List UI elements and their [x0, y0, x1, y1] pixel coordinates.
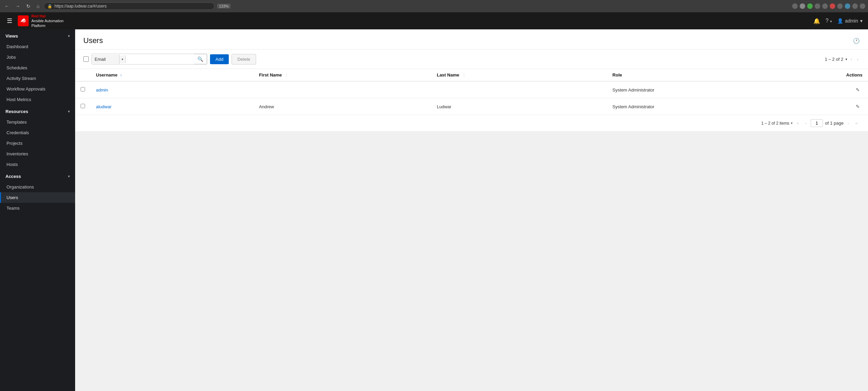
sidebar-section-resources[interactable]: Resources ▾: [0, 105, 75, 117]
per-page-summary: 1 – 2 of 2 items: [761, 121, 789, 126]
sidebar-item-dashboard[interactable]: Dashboard: [0, 41, 75, 52]
sidebar-item-workflow-approvals-label: Workflow Approvals: [6, 86, 45, 92]
row-checkbox[interactable]: [81, 104, 85, 108]
forward-button[interactable]: →: [14, 3, 22, 10]
sidebar: Views ▾ Dashboard Jobs Schedules Activit…: [0, 29, 75, 391]
checkbox-column-header: [75, 69, 90, 81]
sidebar-item-hosts[interactable]: Hosts: [0, 159, 75, 170]
sidebar-item-users-label: Users: [6, 195, 18, 200]
filter-select-arrow-icon: ▾: [120, 55, 126, 63]
select-all-checkbox[interactable]: [83, 56, 89, 62]
home-button[interactable]: ⌂: [35, 3, 41, 10]
username-column-header[interactable]: Username ↑: [90, 69, 253, 81]
sidebar-item-hosts-label: Hosts: [6, 162, 18, 167]
sidebar-item-host-metrics[interactable]: Host Metrics: [0, 94, 75, 105]
next-page-button[interactable]: ›: [845, 119, 851, 127]
edit-button[interactable]: ✎: [853, 86, 863, 94]
sidebar-item-users[interactable]: Users: [0, 192, 75, 203]
search-button[interactable]: 🔍: [194, 54, 207, 64]
history-button[interactable]: 🕐: [853, 38, 860, 44]
refresh-button[interactable]: ↻: [25, 3, 32, 10]
browser-bar: ← → ↻ ⌂ 🔒 https://aap.ludwar.ca/#/users …: [0, 0, 868, 12]
first-name-resize-icon[interactable]: ⋮: [284, 73, 288, 77]
row-checkbox-cell: [75, 98, 90, 115]
sidebar-item-organizations[interactable]: Organizations: [0, 182, 75, 192]
first-name-cell: Andrew: [253, 98, 431, 115]
last-name-resize-icon[interactable]: ⋮: [462, 73, 466, 77]
table-header: Username ↑ First Name ⋮ Last Name ⋮ Ro: [75, 69, 868, 81]
sidebar-section-access-label: Access: [5, 174, 21, 179]
main-content: Users 🕐 Email Username First Name Last N…: [75, 29, 868, 391]
role-column-header: Role: [607, 69, 841, 81]
first-page-button[interactable]: «: [795, 119, 801, 127]
sidebar-resources-chevron-icon: ▾: [68, 110, 70, 113]
prev-page-button[interactable]: ‹: [803, 119, 809, 127]
sidebar-item-host-metrics-label: Host Metrics: [6, 97, 31, 102]
sidebar-access-chevron-icon: ▾: [68, 174, 70, 178]
username-link[interactable]: admin: [96, 87, 108, 93]
sidebar-item-jobs[interactable]: Jobs: [0, 52, 75, 62]
table-row: admin System Administrator ✎: [75, 81, 868, 98]
of-page-label: of 1 page: [825, 121, 843, 126]
sidebar-item-templates[interactable]: Templates: [0, 117, 75, 127]
page-number-input[interactable]: [811, 119, 823, 127]
toolbar: Email Username First Name Last Name ▾ 🔍 …: [75, 50, 868, 69]
sidebar-item-projects-label: Projects: [6, 141, 23, 146]
sidebar-item-jobs-label: Jobs: [6, 55, 16, 60]
add-button[interactable]: Add: [210, 54, 229, 64]
username-cell: admin: [90, 81, 253, 98]
role-cell: System Administrator: [607, 98, 841, 115]
sidebar-section-views-label: Views: [5, 33, 18, 39]
last-name-cell: [431, 81, 607, 98]
help-button[interactable]: ? ▾: [826, 18, 832, 24]
sidebar-section-access[interactable]: Access ▾: [0, 170, 75, 182]
pagination-prev-button[interactable]: ‹: [849, 55, 854, 63]
username-link[interactable]: aludwar: [96, 104, 112, 109]
username-cell: aludwar: [90, 98, 253, 115]
first-name-column-label: First Name: [259, 72, 282, 78]
sidebar-item-credentials[interactable]: Credentials: [0, 127, 75, 138]
users-table-container: Username ↑ First Name ⋮ Last Name ⋮ Ro: [75, 69, 868, 115]
url-bar[interactable]: 🔒 https://aap.ludwar.ca/#/users: [44, 2, 214, 10]
app-logo: Red Hat Ansible Automation Platform: [18, 14, 64, 28]
sidebar-section-resources-label: Resources: [5, 109, 28, 114]
actions-column-label: Actions: [846, 72, 863, 78]
sidebar-item-inventories[interactable]: Inventories: [0, 149, 75, 159]
actions-column-header: Actions: [841, 69, 868, 81]
row-checkbox[interactable]: [81, 87, 85, 92]
sidebar-item-organizations-label: Organizations: [6, 184, 34, 190]
pagination-next-button[interactable]: ›: [855, 55, 860, 63]
header-right: 🔔 ? ▾ 👤 admin ▾: [813, 18, 863, 24]
last-page-button[interactable]: »: [853, 119, 860, 127]
users-table: Username ↑ First Name ⋮ Last Name ⋮ Ro: [75, 69, 868, 115]
app-body: Views ▾ Dashboard Jobs Schedules Activit…: [0, 29, 868, 391]
sidebar-item-activity-stream[interactable]: Activity Stream: [0, 73, 75, 84]
bottom-pagination: 1 – 2 of 2 items ▾ « ‹ of 1 page › »: [75, 115, 868, 131]
per-page-arrow-icon: ▾: [791, 121, 793, 125]
redhat-logo-icon: [18, 15, 29, 26]
sidebar-item-credentials-label: Credentials: [6, 130, 29, 135]
sort-asc-icon: ↑: [120, 73, 122, 77]
last-name-column-header: Last Name ⋮: [431, 69, 607, 81]
filter-field-select[interactable]: Email Username First Name Last Name: [92, 55, 120, 64]
sidebar-item-schedules[interactable]: Schedules: [0, 62, 75, 73]
sidebar-section-views[interactable]: Views ▾: [0, 29, 75, 41]
pagination-summary: 1 – 2 of 2 ▾ ‹ ›: [825, 55, 860, 63]
back-button[interactable]: ←: [3, 3, 11, 10]
hamburger-button[interactable]: ☰: [5, 16, 14, 26]
actions-cell: ✎: [841, 81, 868, 98]
pagination-summary-text: 1 – 2 of 2: [825, 57, 843, 62]
app-logo-text: Red Hat Ansible Automation Platform: [31, 14, 64, 28]
sidebar-item-teams[interactable]: Teams: [0, 203, 75, 213]
filter-input[interactable]: [126, 55, 194, 64]
empty-content-area: [75, 131, 868, 391]
sidebar-item-teams-label: Teams: [6, 206, 19, 211]
user-menu[interactable]: 👤 admin ▾: [837, 18, 863, 24]
sidebar-views-chevron-icon: ▾: [68, 34, 70, 38]
per-page-select[interactable]: 1 – 2 of 2 items ▾: [761, 121, 793, 126]
sidebar-item-projects[interactable]: Projects: [0, 138, 75, 149]
sidebar-item-inventories-label: Inventories: [6, 151, 28, 156]
edit-button[interactable]: ✎: [853, 102, 863, 111]
notification-button[interactable]: 🔔: [813, 18, 820, 24]
sidebar-item-workflow-approvals[interactable]: Workflow Approvals: [0, 84, 75, 94]
